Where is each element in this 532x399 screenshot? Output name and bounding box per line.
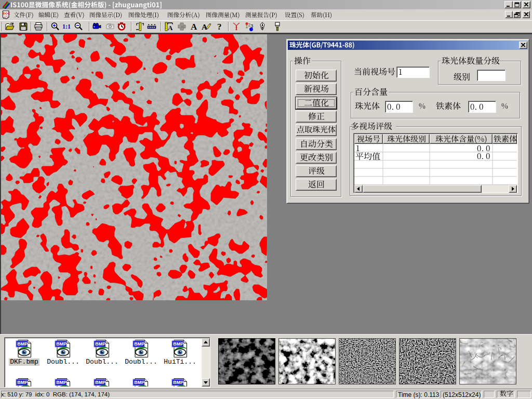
- svg-text:BMP: BMP: [95, 380, 105, 385]
- svg-text:BMP: BMP: [17, 341, 28, 347]
- svg-text:1:1: 1:1: [62, 23, 71, 30]
- svg-text:BMP: BMP: [134, 380, 144, 385]
- svg-text:?: ?: [217, 22, 222, 32]
- svg-text:BMP: BMP: [17, 380, 28, 385]
- svg-text:BMP: BMP: [95, 341, 105, 347]
- svg-text:BMP: BMP: [56, 341, 66, 347]
- svg-text:A: A: [202, 23, 207, 31]
- svg-text:A: A: [191, 22, 197, 32]
- svg-text:BMP: BMP: [56, 380, 66, 385]
- svg-text:DOC: DOC: [3, 12, 10, 15]
- svg-text:BMP: BMP: [173, 341, 183, 347]
- svg-text:BMP: BMP: [134, 341, 144, 347]
- svg-text:A: A: [168, 24, 173, 32]
- svg-text:BMP: BMP: [173, 380, 183, 385]
